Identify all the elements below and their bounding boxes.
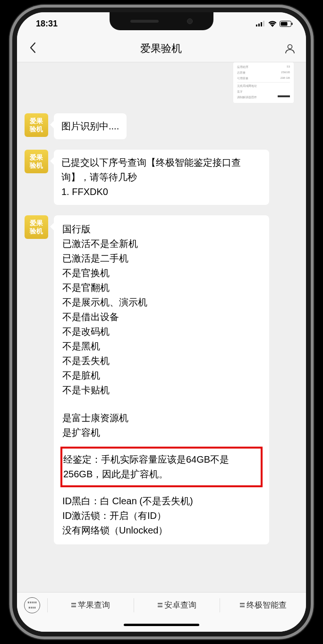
message-text: 图片识别中.... [61, 121, 119, 131]
speaker-icon [130, 20, 159, 23]
menu-label: 苹果查询 [78, 600, 110, 610]
person-icon [284, 43, 296, 54]
profile-button[interactable] [284, 43, 296, 54]
wifi-icon [268, 21, 277, 27]
home-indicator-area [17, 618, 306, 632]
bot-message: 爱果 验机 国行版 已激活不是全新机 已激活是二手机 不是官换机 不是官翻机 不… [25, 215, 298, 544]
thumb-value: 238 GB [278, 76, 290, 81]
highlighted-section: 经鉴定：手机实际容量应该是64GB不是 256GB，因此是扩容机。 [60, 447, 263, 487]
thumb-label: 总容量 [237, 71, 246, 75]
phone-inner-frame: 18:31 爱果验机 [12, 8, 311, 636]
thumb-value [278, 90, 290, 94]
message-bubble[interactable]: 国行版 已激活不是全新机 已激活是二手机 不是官换机 不是官翻机 不是展示机、演… [54, 215, 269, 544]
thumb-value [278, 84, 290, 88]
message-bubble[interactable]: 图片识别中.... [54, 113, 127, 139]
message-text: 1. FFXDK0 [61, 185, 262, 199]
chat-area[interactable]: 应用程序53 总容量256GB 可用容量238 GB 无线局域网地址 蓝牙 调制… [17, 62, 306, 592]
keyboard-icon [24, 597, 40, 613]
avatar[interactable]: 爱果 验机 [25, 215, 48, 239]
thumb-value: 53 [278, 65, 290, 69]
avatar-label: 爱果 验机 [30, 153, 43, 169]
message-text: ID黑白：白 Clean (不是丢失机) ID激活锁：开启（有ID） 没有网络锁… [62, 494, 261, 538]
thumb-label: 可用容量 [237, 76, 248, 81]
status-icons [256, 21, 293, 27]
page-title: 爱果验机 [140, 42, 182, 56]
menu-apple-query[interactable]: 苹果查询 [48, 600, 134, 610]
user-message: 应用程序53 总容量256GB 可用容量238 GB 无线局域网地址 蓝牙 调制… [25, 62, 298, 103]
thumb-label: 蓝牙 [237, 90, 243, 94]
avatar-label: 爱果 验机 [30, 117, 43, 133]
svg-rect-6 [292, 23, 293, 25]
battery-icon [280, 21, 293, 27]
back-button[interactable] [27, 42, 38, 56]
svg-rect-3 [263, 21, 264, 26]
menu-ultimate-query[interactable]: 终极智能查 [220, 600, 306, 610]
menu-icon [71, 603, 76, 607]
thumb-value: 256GB [278, 71, 290, 75]
menu-label: 安卓查询 [164, 600, 196, 610]
svg-rect-5 [281, 22, 288, 25]
svg-rect-1 [258, 24, 260, 26]
menu-icon [158, 603, 162, 607]
nav-bar: 爱果验机 [17, 35, 306, 62]
message-bubble[interactable]: 已提交以下序号查询【终极智能鉴定接口查询】，请等待几秒 1. FFXDK0 [54, 150, 269, 205]
redacted-bar [278, 95, 290, 97]
avatar-label: 爱果 验机 [30, 219, 43, 235]
phone-frame: 18:31 爱果验机 [9, 5, 314, 639]
menu-android-query[interactable]: 安卓查询 [134, 600, 220, 610]
home-indicator[interactable] [124, 624, 199, 626]
highlight-text: 经鉴定：手机实际容量应该是64GB不是 256GB，因此是扩容机。 [63, 454, 229, 479]
svg-rect-2 [261, 22, 262, 26]
attached-image-thumb[interactable]: 应用程序53 总容量256GB 可用容量238 GB 无线局域网地址 蓝牙 调制… [233, 62, 294, 103]
menu-icon [240, 603, 245, 607]
message-text: 国行版 已激活不是全新机 已激活是二手机 不是官换机 不是官翻机 不是展示机、演… [62, 222, 261, 398]
avatar[interactable]: 爱果 验机 [25, 150, 48, 173]
thumb-label: 调制解调器固件 [237, 95, 257, 100]
bot-message: 爱果 验机 图片识别中.... [25, 113, 298, 139]
cellular-icon [256, 21, 265, 26]
message-text: 是富士康资源机 是扩容机 [62, 411, 261, 440]
camera-icon [187, 18, 193, 24]
screen: 18:31 爱果验机 [17, 12, 306, 632]
thumb-label: 应用程序 [237, 65, 248, 69]
svg-point-7 [288, 44, 292, 49]
chevron-left-icon [29, 42, 36, 53]
avatar[interactable]: 爱果 验机 [25, 113, 48, 137]
notch [110, 12, 213, 30]
bottom-toolbar: 苹果查询 安卓查询 终极智能查 [17, 592, 306, 618]
keyboard-button[interactable] [17, 597, 47, 613]
menu-label: 终极智能查 [246, 600, 287, 610]
thumb-label: 无线局域网地址 [237, 84, 257, 88]
svg-rect-0 [256, 25, 257, 26]
status-time: 18:31 [36, 19, 58, 29]
bot-message: 爱果 验机 已提交以下序号查询【终极智能鉴定接口查询】，请等待几秒 1. FFX… [25, 150, 298, 205]
message-text: 已提交以下序号查询【终极智能鉴定接口查询】，请等待几秒 [61, 155, 262, 185]
